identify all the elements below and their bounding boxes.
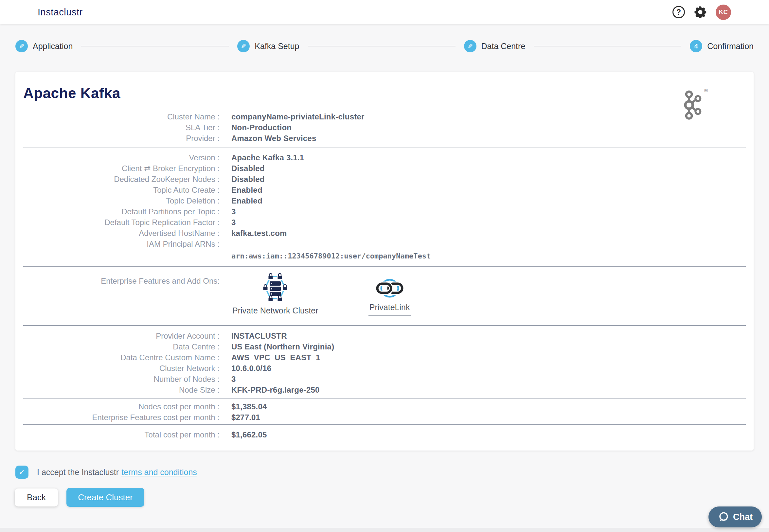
row-value: 3: [231, 374, 236, 384]
step-label: Data Centre: [481, 42, 526, 51]
row-label: Enterprise Features cost per month :: [23, 412, 220, 423]
row-label: Advertised HostName :: [23, 228, 220, 239]
row-value: Disabled: [231, 174, 265, 185]
confirmation-card: Apache Kafka ® Cluster Name : companyNam…: [15, 72, 754, 451]
row-value: $1,385.04: [231, 401, 267, 412]
privatelink-icon: [376, 278, 403, 299]
terms-checkbox[interactable]: ✓: [15, 466, 28, 479]
bottom-edge-strip: [0, 528, 769, 532]
page-title: Apache Kafka: [23, 72, 746, 101]
row-value: Enabled: [231, 185, 262, 195]
wizard-stepper: ✎ Application ✎ Kafka Setup ✎ Data Centr…: [0, 24, 769, 52]
row-label: Provider Account :: [23, 330, 220, 341]
help-button[interactable]: ?: [672, 6, 685, 18]
step-application[interactable]: ✎ Application: [15, 40, 73, 52]
row-label: Total cost per month :: [23, 429, 220, 440]
settings-button[interactable]: [693, 5, 707, 19]
summary-row: Default Partitions per Topic : 3: [23, 206, 746, 217]
row-label: Version :: [23, 152, 220, 163]
iam-principal-arn: arn:aws:iam::123456789012:user/companyNa…: [231, 249, 746, 266]
terms-text: I accept the Instaclustr: [37, 468, 119, 477]
summary-row: IAM Principal ARNs :: [23, 239, 746, 249]
terms-and-conditions-link[interactable]: terms and conditions: [121, 468, 197, 477]
summary-row: Version : Apache Kafka 3.1.1: [23, 152, 746, 163]
feature-caption[interactable]: Private Network Cluster: [231, 306, 319, 319]
row-label: Provider :: [23, 133, 220, 144]
total-cost-section: Total cost per month : $1,662.05: [23, 425, 746, 451]
chat-button[interactable]: Chat: [708, 506, 762, 527]
row-label: Nodes cost per month :: [23, 401, 220, 412]
row-label: Topic Auto Create :: [23, 185, 220, 195]
row-value: Enabled: [231, 195, 262, 206]
row-value: 3: [231, 206, 236, 217]
step-label: Application: [33, 42, 73, 51]
row-label: Cluster Network :: [23, 363, 220, 374]
kafka-settings-section: Version : Apache Kafka 3.1.1 Client ⇄ Br…: [23, 148, 746, 249]
pencil-icon: ✎: [241, 43, 246, 50]
data-centre-section: Provider Account : INSTACLUSTR Data Cent…: [23, 326, 746, 398]
row-value: Disabled: [231, 163, 265, 174]
step-label: Kafka Setup: [255, 42, 299, 51]
step-data-centre[interactable]: ✎ Data Centre: [464, 40, 526, 52]
row-label: Number of Nodes :: [23, 374, 220, 384]
step-edit-circle: ✎: [15, 40, 28, 52]
row-label: Data Centre :: [23, 341, 220, 352]
pencil-icon: ✎: [19, 43, 24, 50]
check-icon: ✓: [19, 468, 25, 477]
row-value: $277.01: [231, 412, 260, 423]
feature-privatelink: PrivateLink: [355, 273, 424, 319]
brand-logo[interactable]: Instaclustr: [38, 7, 83, 18]
step-kafka-setup[interactable]: ✎ Kafka Setup: [237, 40, 299, 52]
summary-row: Topic Deletion : Enabled: [23, 195, 746, 206]
create-cluster-button[interactable]: Create Cluster: [66, 488, 144, 507]
row-label: Default Topic Replication Factor :: [23, 217, 220, 228]
summary-row: Advertised HostName : kafka.test.com: [23, 228, 746, 239]
feature-caption[interactable]: PrivateLink: [368, 303, 411, 316]
enterprise-features-section: Enterprise Features and Add Ons:: [23, 267, 746, 325]
row-label: Default Partitions per Topic :: [23, 206, 220, 217]
row-value: kafka.test.com: [231, 228, 287, 239]
cluster-basics-section: Cluster Name : companyName-priviateLink-…: [23, 111, 746, 148]
back-button[interactable]: Back: [15, 488, 58, 506]
step-number: 4: [694, 43, 698, 50]
row-value: US East (Northern Virginia): [231, 341, 334, 352]
row-value: INSTACLUSTR: [231, 330, 287, 341]
row-label: SLA Tier :: [23, 122, 220, 133]
stepper-connector: [81, 46, 229, 46]
private-network-cluster-icon: [262, 273, 288, 302]
total-row: Total cost per month : $1,662.05: [23, 429, 746, 440]
summary-row: Node Size : KFK-PRD-r6g.large-250: [23, 384, 746, 395]
summary-row: Provider : Amazon Web Services: [23, 133, 746, 144]
summary-row: Default Topic Replication Factor : 3: [23, 217, 746, 228]
step-confirmation[interactable]: 4 Confirmation: [690, 40, 754, 52]
row-label: Node Size :: [23, 384, 220, 395]
summary-row: Provider Account : INSTACLUSTR: [23, 330, 746, 341]
row-label: Data Centre Custom Name :: [23, 352, 220, 363]
pencil-icon: ✎: [468, 43, 473, 50]
step-edit-circle: ✎: [237, 40, 250, 52]
action-buttons: Back Create Cluster: [15, 488, 769, 507]
summary-row: Cluster Name : companyName-priviateLink-…: [23, 111, 746, 122]
feature-private-network-cluster: Private Network Cluster: [231, 273, 319, 319]
row-value: Amazon Web Services: [231, 133, 316, 144]
summary-row: Dedicated ZooKeeper Nodes : Disabled: [23, 174, 746, 185]
terms-acceptance-row: ✓ I accept the Instaclustr terms and con…: [15, 466, 769, 479]
top-header: Instaclustr ? KC: [0, 0, 769, 24]
registered-mark: ®: [704, 88, 708, 93]
features-list: Private Network Cluster PrivateLink: [231, 273, 424, 319]
summary-row: Topic Auto Create : Enabled: [23, 185, 746, 195]
gear-icon: [693, 5, 707, 19]
summary-row: Data Centre : US East (Northern Virginia…: [23, 341, 746, 352]
header-actions: ? KC: [672, 5, 731, 20]
row-value: 10.6.0.0/16: [231, 363, 271, 374]
summary-row: Nodes cost per month : $1,385.04: [23, 401, 746, 412]
user-avatar[interactable]: KC: [716, 5, 731, 20]
row-value: Apache Kafka 3.1.1: [231, 152, 304, 163]
apache-kafka-logo: ®: [682, 90, 702, 122]
row-label: IAM Principal ARNs :: [23, 239, 220, 249]
row-value: KFK-PRD-r6g.large-250: [231, 384, 320, 395]
stepper-connector: [534, 46, 681, 46]
step-label: Confirmation: [707, 42, 754, 51]
row-value: $1,662.05: [231, 429, 267, 440]
enterprise-features-label: Enterprise Features and Add Ons:: [23, 273, 220, 319]
